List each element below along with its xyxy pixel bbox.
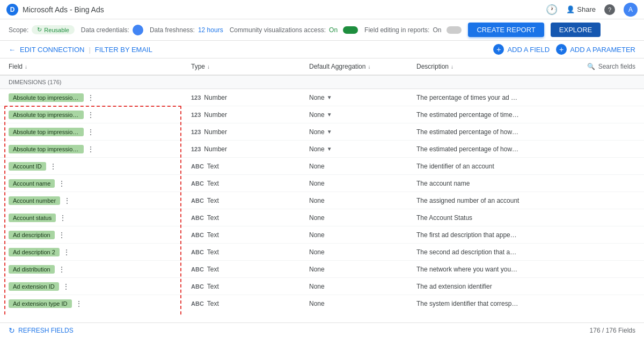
aggregation-cell: None xyxy=(309,283,416,290)
type-icon: 123 xyxy=(191,94,201,101)
aggregation-value: None xyxy=(309,94,325,101)
type-label: Number xyxy=(204,94,227,101)
field-menu-icon[interactable]: ⋮ xyxy=(58,231,65,239)
field-menu-icon[interactable]: ⋮ xyxy=(87,111,94,119)
field-sort-icon[interactable]: ↓ xyxy=(25,64,27,70)
type-column-header: Type ↓ xyxy=(191,63,309,70)
freshness-group: Data freshness: 12 hours xyxy=(150,26,223,34)
help-icon[interactable]: ? xyxy=(604,4,615,15)
field-menu-icon[interactable]: ⋮ xyxy=(87,128,94,136)
field-name-badge[interactable]: Ad distribution xyxy=(9,265,55,274)
field-cell: Account number ⋮ xyxy=(9,196,191,205)
share-button[interactable]: 👤 Share xyxy=(566,5,596,13)
description-cell: The network where you want your ads to s… xyxy=(416,266,528,273)
field-menu-icon[interactable]: ⋮ xyxy=(75,299,83,308)
freshness-value[interactable]: 12 hours xyxy=(198,26,223,34)
search-icon: 🔍 xyxy=(587,63,595,70)
type-cell: 123 Number xyxy=(191,128,309,136)
app-title: Microsoft Ads - Bing Ads xyxy=(23,5,104,14)
table-row: Absolute top impression ... ⋮ 123 Number… xyxy=(0,106,644,123)
type-label: Text xyxy=(207,248,219,256)
search-column-header: 🔍 Search fields xyxy=(528,63,635,70)
table-row: Ad description 2 ⋮ ABC Text None The sec… xyxy=(0,244,644,261)
desc-sort-icon[interactable]: ↓ xyxy=(451,64,453,70)
table-header: Field ↓ Type ↓ Default Aggregation ↓ Des… xyxy=(0,58,644,76)
top-bar-right: 🕐 👤 Share ? A xyxy=(546,3,638,17)
aggregation-value: None xyxy=(309,300,325,307)
field-name-badge[interactable]: Absolute top impression ... xyxy=(9,111,84,119)
table-row: Absolute top impression r... ⋮ 123 Numbe… xyxy=(0,89,644,106)
create-report-button[interactable]: CREATE REPORT xyxy=(468,23,544,37)
type-label: Number xyxy=(204,145,227,153)
field-menu-icon[interactable]: ⋮ xyxy=(87,145,94,153)
field-name-badge[interactable]: Account name xyxy=(9,179,55,188)
aggregation-value: None xyxy=(309,248,325,256)
add-field-icon: + xyxy=(493,44,504,55)
table-row: Ad distribution ⋮ ABC Text None The netw… xyxy=(0,261,644,278)
aggregation-dropdown-icon[interactable]: ▼ xyxy=(327,94,332,100)
field-name-badge[interactable]: Account number xyxy=(9,196,60,205)
field-editing-group: Field editing in reports: On xyxy=(364,26,462,34)
field-cell: Absolute top impression ... ⋮ xyxy=(9,145,191,153)
field-name-badge[interactable]: Absolute top impression ... xyxy=(9,128,84,136)
credentials-group: Data credentials: xyxy=(81,25,143,35)
field-menu-icon[interactable]: ⋮ xyxy=(62,282,70,291)
history-icon[interactable]: 🕐 xyxy=(546,4,558,16)
type-label: Text xyxy=(207,300,219,307)
user-avatar[interactable]: A xyxy=(624,3,638,17)
field-name-badge[interactable]: Account status xyxy=(9,214,56,222)
field-menu-icon[interactable]: ⋮ xyxy=(63,196,71,205)
field-menu-icon[interactable]: ⋮ xyxy=(59,214,67,222)
refresh-fields-button[interactable]: ↻ REFRESH FIELDS xyxy=(9,326,74,335)
field-menu-icon[interactable]: ⋮ xyxy=(49,162,57,171)
type-label: Number xyxy=(204,111,227,119)
field-menu-icon[interactable]: ⋮ xyxy=(63,248,70,256)
community-label: Community visualizations access: xyxy=(230,26,326,34)
community-toggle[interactable] xyxy=(343,26,358,34)
field-name-badge[interactable]: Ad description xyxy=(9,231,55,239)
field-name-badge[interactable]: Ad extension type ID xyxy=(9,299,72,308)
explore-button[interactable]: EXPLORE xyxy=(551,23,601,37)
aggregation-cell: None xyxy=(309,300,416,307)
description-cell: The estimated percentage of how often yo… xyxy=(416,128,528,136)
field-editing-toggle[interactable] xyxy=(447,26,462,34)
edit-connection-link[interactable]: EDIT CONNECTION xyxy=(20,46,84,54)
top-bar-left: D Microsoft Ads - Bing Ads xyxy=(6,4,104,16)
type-cell: ABC Text xyxy=(191,300,309,307)
field-menu-icon[interactable]: ⋮ xyxy=(87,93,94,102)
field-menu-icon[interactable]: ⋮ xyxy=(58,179,65,188)
field-count: 176 / 176 Fields xyxy=(590,327,635,334)
back-arrow[interactable]: ← xyxy=(9,46,16,54)
add-parameter-icon: + xyxy=(556,44,567,55)
field-name-badge[interactable]: Ad description 2 xyxy=(9,248,60,256)
field-name-badge[interactable]: Account ID xyxy=(9,162,46,171)
field-cell: Ad extension type ID ⋮ xyxy=(9,299,191,308)
aggregation-dropdown-icon[interactable]: ▼ xyxy=(327,112,332,117)
field-menu-icon[interactable]: ⋮ xyxy=(58,265,65,274)
filter-by-email-link[interactable]: FILTER BY EMAIL xyxy=(95,46,152,54)
table-row: Account number ⋮ ABC Text None The assig… xyxy=(0,192,644,209)
scope-label: Scope: xyxy=(9,26,28,34)
aggregation-dropdown-icon[interactable]: ▼ xyxy=(327,146,332,152)
type-icon: ABC xyxy=(191,266,204,273)
table-row: Account ID ⋮ ABC Text None The identifie… xyxy=(0,158,644,175)
field-cell: Account ID ⋮ xyxy=(9,162,191,171)
field-name-badge[interactable]: Ad extension ID xyxy=(9,282,59,291)
type-icon: ABC xyxy=(191,300,204,307)
field-name-badge[interactable]: Absolute top impression r... xyxy=(9,93,84,102)
description-cell: The ad extension identifier xyxy=(416,283,528,290)
aggregation-cell: None xyxy=(309,197,416,204)
aggregation-value: None xyxy=(309,231,325,239)
add-parameter-button[interactable]: + ADD A PARAMETER xyxy=(556,44,635,55)
field-name-badge[interactable]: Absolute top impression ... xyxy=(9,145,84,153)
aggregation-value: None xyxy=(309,111,325,119)
type-sort-icon[interactable]: ↓ xyxy=(207,64,210,70)
type-cell: ABC Text xyxy=(191,248,309,256)
add-field-button[interactable]: + ADD A FIELD xyxy=(493,44,550,55)
aggregation-dropdown-icon[interactable]: ▼ xyxy=(327,129,332,135)
table-row: Ad extension ID ⋮ ABC Text None The ad e… xyxy=(0,278,644,295)
scope-group: Scope: ↻ Reusable xyxy=(9,25,75,34)
freshness-label: Data freshness: xyxy=(150,26,195,34)
agg-sort-icon[interactable]: ↓ xyxy=(368,64,370,70)
description-cell: The estimated percentage of how often po… xyxy=(416,145,528,153)
